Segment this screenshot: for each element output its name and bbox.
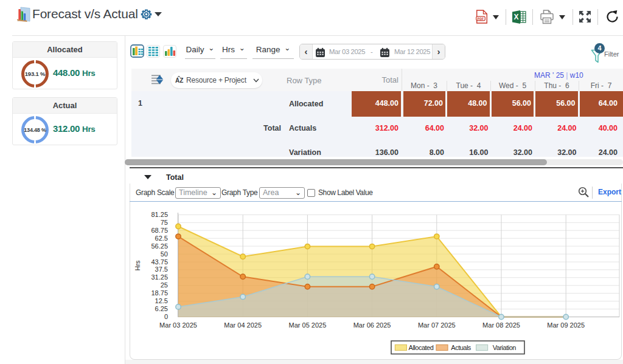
svg-text:Mar 04 2025: Mar 04 2025 xyxy=(224,321,262,329)
svg-text:X: X xyxy=(513,13,518,21)
svg-text:Mar 09 2025: Mar 09 2025 xyxy=(547,321,585,329)
svg-text:81.25: 81.25 xyxy=(151,211,168,218)
svg-text:193.1 %: 193.1 % xyxy=(25,70,46,77)
svg-text:Variation: Variation xyxy=(493,344,516,351)
svg-text:25: 25 xyxy=(161,281,168,289)
svg-text:43.75: 43.75 xyxy=(151,258,168,266)
svg-text:50: 50 xyxy=(161,250,168,258)
svg-text:Mar 06 2025: Mar 06 2025 xyxy=(353,321,391,329)
svg-text:6.25: 6.25 xyxy=(155,305,168,312)
svg-text:37.5: 37.5 xyxy=(155,266,168,273)
svg-text:134.48 %: 134.48 % xyxy=(24,127,46,133)
svg-text:AZ: AZ xyxy=(175,77,183,84)
svg-text:12.5: 12.5 xyxy=(155,297,168,304)
svg-text:Hrs: Hrs xyxy=(134,260,141,271)
svg-text:Mar 07 2025: Mar 07 2025 xyxy=(418,321,456,329)
svg-text:31.25: 31.25 xyxy=(151,273,168,281)
svg-text:Actuals: Actuals xyxy=(451,344,472,351)
svg-text:PDF: PDF xyxy=(478,17,484,21)
svg-text:56.25: 56.25 xyxy=(151,242,168,250)
svg-text:Mar 03 2025: Mar 03 2025 xyxy=(159,321,197,329)
svg-text:75: 75 xyxy=(161,219,168,226)
svg-text:18.75: 18.75 xyxy=(151,289,168,297)
svg-text:0: 0 xyxy=(164,313,168,320)
svg-text:Allocated: Allocated xyxy=(409,344,434,351)
svg-text:62.5: 62.5 xyxy=(155,235,168,242)
svg-text:68.75: 68.75 xyxy=(151,227,168,234)
svg-text:Mar 08 2025: Mar 08 2025 xyxy=(482,321,520,329)
svg-text:Mar 05 2025: Mar 05 2025 xyxy=(289,321,327,329)
